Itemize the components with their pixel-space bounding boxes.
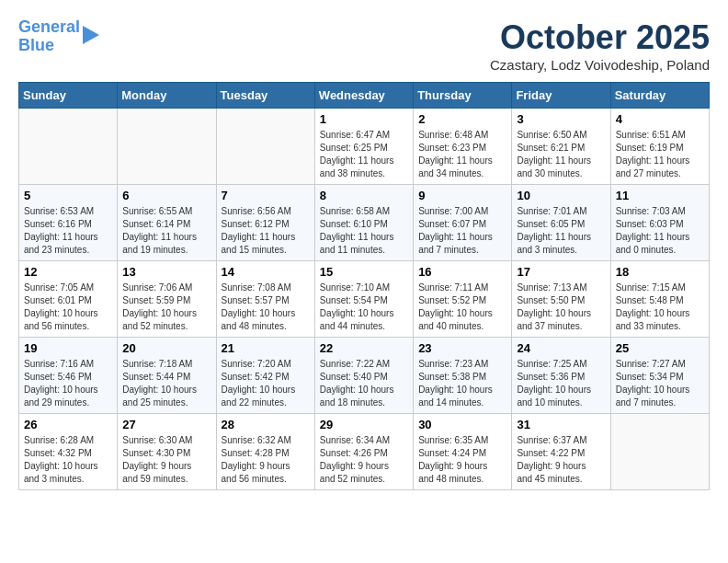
day-number: 27 [122,418,210,431]
calendar-cell [610,414,709,490]
day-number: 4 [616,112,704,126]
calendar-week-row: 26Sunrise: 6:28 AM Sunset: 4:32 PM Dayli… [19,414,710,490]
day-number: 23 [418,341,506,355]
day-info: Sunrise: 7:13 AM Sunset: 5:50 PM Dayligh… [517,282,605,333]
day-info: Sunrise: 6:37 AM Sunset: 4:22 PM Dayligh… [517,434,605,486]
calendar-cell: 25Sunrise: 7:27 AM Sunset: 5:34 PM Dayli… [610,338,709,414]
calendar-cell: 9Sunrise: 7:00 AM Sunset: 6:07 PM Daylig… [414,185,512,261]
day-info: Sunrise: 6:30 AM Sunset: 4:30 PM Dayligh… [122,434,210,486]
day-info: Sunrise: 7:03 AM Sunset: 6:03 PM Dayligh… [616,205,704,257]
calendar-cell: 1Sunrise: 6:47 AM Sunset: 6:25 PM Daylig… [314,109,413,185]
calendar-cell: 24Sunrise: 7:25 AM Sunset: 5:36 PM Dayli… [512,338,610,414]
day-info: Sunrise: 7:10 AM Sunset: 5:54 PM Dayligh… [320,282,408,333]
day-number: 7 [222,189,310,202]
day-number: 25 [616,341,704,355]
day-info: Sunrise: 7:01 AM Sunset: 6:05 PM Dayligh… [517,205,605,257]
logo-arrow-icon [83,26,99,44]
calendar-cell: 12Sunrise: 7:05 AM Sunset: 6:01 PM Dayli… [19,261,118,338]
title-block: October 2025 Czastary, Lodz Voivodeship,… [490,18,710,73]
calendar-cell: 21Sunrise: 7:20 AM Sunset: 5:42 PM Dayli… [216,338,314,414]
weekday-header: Saturday [610,83,709,109]
calendar-cell: 31Sunrise: 6:37 AM Sunset: 4:22 PM Dayli… [512,414,610,490]
day-info: Sunrise: 7:20 AM Sunset: 5:42 PM Dayligh… [222,358,310,409]
weekday-header: Friday [512,83,610,109]
day-info: Sunrise: 6:56 AM Sunset: 6:12 PM Dayligh… [222,205,310,257]
day-number: 19 [24,341,112,355]
day-number: 22 [320,341,408,355]
day-info: Sunrise: 6:48 AM Sunset: 6:23 PM Dayligh… [418,129,506,180]
day-info: Sunrise: 7:16 AM Sunset: 5:46 PM Dayligh… [24,358,112,409]
calendar-cell: 16Sunrise: 7:11 AM Sunset: 5:52 PM Dayli… [414,261,512,338]
calendar-cell [216,109,314,185]
calendar-cell: 6Sunrise: 6:55 AM Sunset: 6:14 PM Daylig… [118,185,216,261]
day-info: Sunrise: 6:35 AM Sunset: 4:24 PM Dayligh… [418,434,506,486]
day-number: 11 [616,189,704,202]
day-info: Sunrise: 6:28 AM Sunset: 4:32 PM Dayligh… [24,434,112,486]
day-info: Sunrise: 6:34 AM Sunset: 4:26 PM Dayligh… [320,434,408,486]
calendar-week-row: 12Sunrise: 7:05 AM Sunset: 6:01 PM Dayli… [19,261,710,338]
day-info: Sunrise: 7:00 AM Sunset: 6:07 PM Dayligh… [418,205,506,257]
calendar-week-row: 5Sunrise: 6:53 AM Sunset: 6:16 PM Daylig… [19,185,710,261]
day-number: 1 [320,112,408,126]
day-info: Sunrise: 7:15 AM Sunset: 5:48 PM Dayligh… [616,282,704,333]
day-info: Sunrise: 7:05 AM Sunset: 6:01 PM Dayligh… [24,282,112,333]
calendar-cell: 5Sunrise: 6:53 AM Sunset: 6:16 PM Daylig… [19,185,118,261]
day-number: 29 [320,418,408,431]
day-info: Sunrise: 6:32 AM Sunset: 4:28 PM Dayligh… [222,434,310,486]
day-number: 26 [24,418,112,431]
month-title: October 2025 [490,18,710,57]
logo-text: GeneralBlue [18,18,80,55]
calendar-cell: 3Sunrise: 6:50 AM Sunset: 6:21 PM Daylig… [512,109,610,185]
calendar-cell: 26Sunrise: 6:28 AM Sunset: 4:32 PM Dayli… [19,414,118,490]
day-number: 18 [616,265,704,279]
calendar-cell: 11Sunrise: 7:03 AM Sunset: 6:03 PM Dayli… [610,185,709,261]
day-number: 5 [24,189,112,202]
day-number: 14 [222,265,310,279]
weekday-header: Monday [118,83,216,109]
location-subtitle: Czastary, Lodz Voivodeship, Poland [490,57,710,73]
day-info: Sunrise: 7:23 AM Sunset: 5:38 PM Dayligh… [418,358,506,409]
day-number: 13 [122,265,210,279]
day-number: 24 [517,341,605,355]
day-info: Sunrise: 7:27 AM Sunset: 5:34 PM Dayligh… [616,358,704,409]
page-header: GeneralBlue October 2025 Czastary, Lodz … [18,18,710,73]
day-number: 20 [122,341,210,355]
day-number: 9 [418,189,506,202]
weekday-header-row: SundayMondayTuesdayWednesdayThursdayFrid… [19,83,710,109]
day-info: Sunrise: 6:55 AM Sunset: 6:14 PM Dayligh… [122,205,210,257]
day-info: Sunrise: 6:51 AM Sunset: 6:19 PM Dayligh… [616,129,704,180]
weekday-header: Wednesday [314,83,413,109]
calendar-cell: 17Sunrise: 7:13 AM Sunset: 5:50 PM Dayli… [512,261,610,338]
day-number: 6 [122,189,210,202]
day-number: 10 [517,189,605,202]
calendar-cell: 8Sunrise: 6:58 AM Sunset: 6:10 PM Daylig… [314,185,413,261]
calendar-cell: 14Sunrise: 7:08 AM Sunset: 5:57 PM Dayli… [216,261,314,338]
day-number: 16 [418,265,506,279]
calendar-cell: 10Sunrise: 7:01 AM Sunset: 6:05 PM Dayli… [512,185,610,261]
calendar-table: SundayMondayTuesdayWednesdayThursdayFrid… [18,82,710,490]
day-number: 3 [517,112,605,126]
day-info: Sunrise: 6:47 AM Sunset: 6:25 PM Dayligh… [320,129,408,180]
day-number: 15 [320,265,408,279]
day-number: 28 [222,418,310,431]
calendar-cell [118,109,216,185]
calendar-cell: 30Sunrise: 6:35 AM Sunset: 4:24 PM Dayli… [414,414,512,490]
weekday-header: Sunday [19,83,118,109]
day-info: Sunrise: 6:50 AM Sunset: 6:21 PM Dayligh… [517,129,605,180]
calendar-week-row: 1Sunrise: 6:47 AM Sunset: 6:25 PM Daylig… [19,109,710,185]
calendar-cell: 20Sunrise: 7:18 AM Sunset: 5:44 PM Dayli… [118,338,216,414]
calendar-cell: 23Sunrise: 7:23 AM Sunset: 5:38 PM Dayli… [414,338,512,414]
day-number: 17 [517,265,605,279]
day-info: Sunrise: 7:18 AM Sunset: 5:44 PM Dayligh… [122,358,210,409]
day-number: 12 [24,265,112,279]
logo: GeneralBlue [18,18,99,55]
calendar-cell [19,109,118,185]
calendar-cell: 29Sunrise: 6:34 AM Sunset: 4:26 PM Dayli… [314,414,413,490]
weekday-header: Tuesday [216,83,314,109]
calendar-cell: 4Sunrise: 6:51 AM Sunset: 6:19 PM Daylig… [610,109,709,185]
day-number: 30 [418,418,506,431]
calendar-cell: 27Sunrise: 6:30 AM Sunset: 4:30 PM Dayli… [118,414,216,490]
calendar-cell: 18Sunrise: 7:15 AM Sunset: 5:48 PM Dayli… [610,261,709,338]
day-info: Sunrise: 6:53 AM Sunset: 6:16 PM Dayligh… [24,205,112,257]
day-number: 21 [222,341,310,355]
